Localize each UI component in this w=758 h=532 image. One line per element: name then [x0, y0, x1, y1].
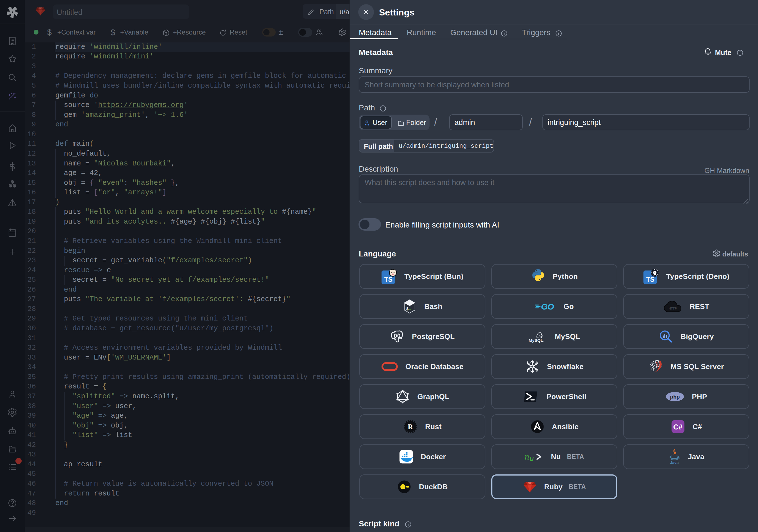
svg-text:u: u [530, 453, 534, 463]
svg-text:$: $ [406, 307, 408, 311]
svg-text:C#: C# [673, 423, 683, 431]
svg-text:TS: TS [384, 276, 393, 283]
svg-text:MySQL: MySQL [529, 338, 543, 343]
svg-text:php: php [670, 394, 680, 400]
svg-text:TS: TS [646, 276, 654, 283]
svg-text:HTTP: HTTP [669, 307, 677, 310]
svg-text:Java: Java [670, 460, 679, 465]
svg-text:GO: GO [541, 302, 554, 311]
svg-text:n: n [525, 451, 529, 462]
svg-text:R: R [408, 423, 413, 431]
